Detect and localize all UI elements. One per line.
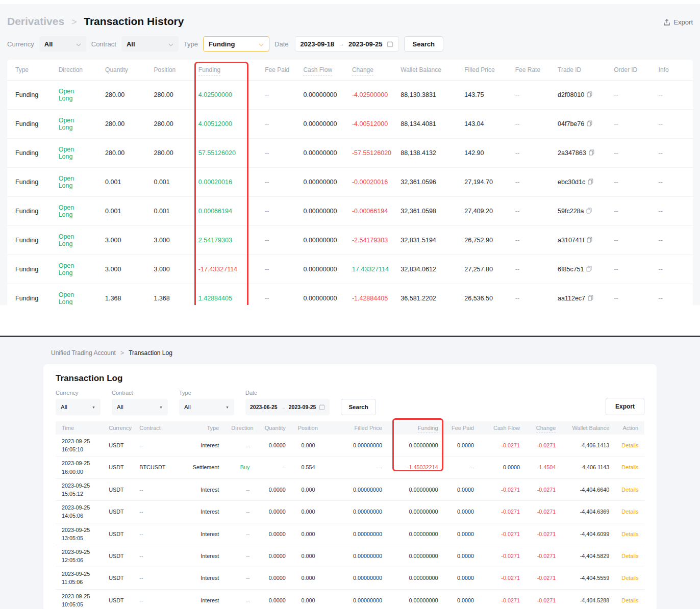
- currency-select[interactable]: All ▼: [56, 399, 101, 415]
- type-select[interactable]: All ▼: [179, 399, 234, 415]
- column-header-filled-price: Filled Price: [456, 60, 507, 81]
- cell-value: --: [614, 91, 618, 98]
- contract-select[interactable]: All ▼: [112, 399, 168, 415]
- column-header-position: Position: [292, 421, 321, 435]
- cell-value: 2.54179303: [198, 237, 232, 244]
- cell-value: 0.000: [301, 531, 315, 537]
- copy-icon[interactable]: [587, 237, 592, 244]
- export-button[interactable]: Export: [663, 18, 693, 26]
- details-link[interactable]: Details: [621, 597, 638, 603]
- copy-icon[interactable]: [587, 120, 592, 128]
- cell-value: --: [515, 237, 519, 244]
- column-header-wallet-balance: Wallet Balance: [392, 60, 456, 81]
- cell-value: Open Long: [59, 175, 74, 189]
- copy-icon[interactable]: [588, 295, 593, 302]
- breadcrumb-current: Transaction History: [84, 15, 184, 27]
- cell-value: 280.00: [154, 120, 173, 128]
- chevron-down-icon: [76, 40, 81, 48]
- cell-value: --: [139, 531, 143, 537]
- copy-icon[interactable]: [586, 208, 592, 215]
- contract-label: Contract: [91, 40, 116, 48]
- search-button[interactable]: Search: [404, 36, 443, 52]
- cell-value: -2.54179303: [352, 237, 388, 244]
- cell-value: 0.0000: [457, 531, 474, 537]
- cell-value: 32,361.0598: [401, 208, 436, 215]
- calendar-icon[interactable]: [319, 404, 325, 410]
- cell-value: --: [265, 120, 269, 128]
- type-select[interactable]: Funding: [203, 36, 269, 52]
- cell-value: 0.000: [301, 575, 315, 581]
- cell-value: --: [139, 553, 143, 559]
- cell-value: 0.0000: [269, 442, 286, 448]
- details-link[interactable]: Details: [621, 575, 638, 581]
- cell-value: --: [265, 266, 269, 273]
- contract-select[interactable]: All: [121, 36, 179, 52]
- date-range-input[interactable]: 2023-09-18 → 2023-09-25: [295, 36, 399, 52]
- copy-icon[interactable]: [589, 149, 594, 157]
- cell-value: Open Long: [59, 146, 74, 160]
- cell-value: 0.00000000: [409, 597, 438, 603]
- search-button[interactable]: Search: [341, 399, 376, 415]
- breadcrumb-current: Transaction Log: [129, 349, 172, 357]
- cell-value: --: [515, 208, 519, 215]
- details-link[interactable]: Details: [621, 531, 638, 537]
- copy-icon[interactable]: [587, 91, 592, 99]
- cell-value: --: [515, 295, 519, 302]
- date-from[interactable]: 2023-09-18: [301, 40, 335, 48]
- date-range-input[interactable]: 2023-06-25 → 2023-09-25: [245, 399, 330, 415]
- details-link[interactable]: Details: [621, 553, 638, 559]
- copy-icon[interactable]: [588, 179, 593, 186]
- cell-value: --: [614, 120, 618, 128]
- column-header-quantity: Quantity: [256, 421, 291, 435]
- column-header-type: Type: [7, 60, 51, 81]
- chevron-down-icon: [259, 40, 264, 48]
- cell-value: -4,404.6640: [580, 487, 610, 493]
- cell-value: 4.00512000: [198, 120, 232, 128]
- cell-value: --: [246, 509, 249, 515]
- cell-value: 2023-09-25 14:05:06: [62, 504, 90, 519]
- details-link[interactable]: Details: [621, 487, 638, 493]
- export-button[interactable]: Export: [606, 398, 644, 415]
- calendar-icon[interactable]: [387, 41, 393, 47]
- cell-value: USDT: [109, 487, 123, 493]
- breadcrumb-unified-trading-account[interactable]: Unified Trading Account: [51, 349, 116, 357]
- table-row: FundingOpen Long3.0003.000-17.43327114--…: [7, 255, 693, 284]
- date-from[interactable]: 2023-06-25: [250, 404, 278, 410]
- cell-value: 0.0000: [269, 553, 286, 559]
- cell-value: -4,404.5288: [580, 597, 610, 603]
- cell-value: Funding: [15, 120, 38, 128]
- cell-value: 280.00: [105, 120, 124, 128]
- column-header-time: Time: [56, 421, 103, 435]
- breadcrumb-derivatives[interactable]: Derivatives: [7, 15, 64, 27]
- table-row: 2023-09-25 15:05:12USDT--Interest--0.000…: [56, 478, 644, 500]
- cell-value: USDT: [109, 553, 123, 559]
- cell-value: 0.0000: [457, 509, 474, 515]
- cell-value: --: [659, 149, 663, 157]
- copy-icon[interactable]: [586, 266, 592, 273]
- date-arrow: →: [338, 40, 344, 47]
- date-to[interactable]: 2023-09-25: [348, 40, 383, 48]
- table-row: FundingOpen Long280.00280.0057.55126020-…: [7, 139, 693, 168]
- date-label: Date: [245, 390, 330, 396]
- cell-value: 0.000: [301, 509, 315, 515]
- contract-value: All: [127, 40, 135, 48]
- cell-value: 2023-09-25 15:05:12: [62, 483, 90, 497]
- details-link[interactable]: Details: [621, 442, 638, 448]
- cell-value: 0.001: [105, 179, 121, 186]
- cell-value: 57.55126020: [198, 149, 236, 157]
- cell-value: 2023-09-25 16:05:10: [62, 438, 90, 452]
- cell-value: BTCUSDT: [139, 464, 165, 470]
- date-to[interactable]: 2023-09-25: [289, 404, 316, 410]
- cell-value: --: [659, 266, 663, 273]
- column-header-quantity: Quantity: [97, 60, 145, 81]
- details-link[interactable]: Details: [621, 464, 638, 470]
- details-link[interactable]: Details: [621, 509, 638, 515]
- cell-value: -4.00512000: [352, 120, 388, 128]
- cell-value: -0.0271: [537, 442, 556, 448]
- cell-value: USDT: [109, 464, 123, 470]
- column-header-direction: Direction: [225, 421, 256, 435]
- currency-select[interactable]: All: [39, 36, 86, 52]
- cell-value: 0.00000000: [303, 208, 337, 215]
- cell-value: --: [246, 442, 249, 448]
- cell-value: 2a347863: [558, 149, 586, 157]
